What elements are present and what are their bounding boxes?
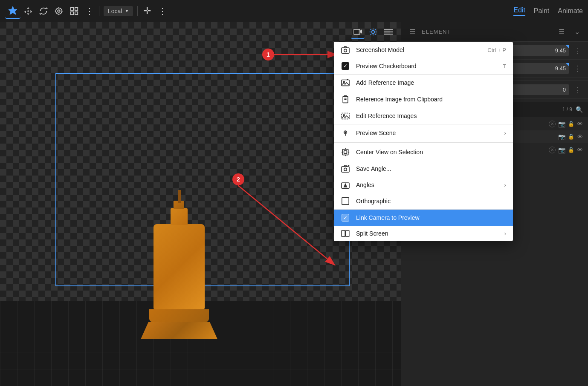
annotation-badge-2: 2: [232, 173, 244, 185]
mode-dropdown[interactable]: Local ▼: [104, 6, 133, 16]
svg-point-2: [58, 10, 60, 12]
bottle-base: [141, 322, 217, 339]
tab-edit[interactable]: Edit: [513, 6, 525, 16]
orthographic-label: Orthographic: [356, 198, 506, 205]
preview-scene-icon: [341, 129, 350, 137]
idle-camera-icon[interactable]: 📷: [558, 147, 565, 153]
menu-item-link-camera[interactable]: ✓ Link Camera to Preview: [334, 210, 513, 226]
element-header: ☰ ELEMENT ☰ ⌄: [401, 22, 588, 42]
svg-rect-35: [342, 80, 349, 86]
idle-eye-icon[interactable]: 👁: [577, 147, 583, 153]
svg-rect-58: [342, 198, 349, 205]
layer-visibility-off-icon[interactable]: ✕: [549, 121, 556, 127]
idle-visibility-off-icon[interactable]: ✕: [549, 147, 556, 153]
svg-point-36: [343, 81, 345, 83]
mode-dropdown-label: Local: [108, 8, 122, 14]
menu-item-split-screen[interactable]: Split Screen ›: [334, 226, 513, 241]
menu-item-clipboard[interactable]: Reference Image from Clipboard: [334, 91, 513, 108]
viewport-sun-icon[interactable]: [366, 25, 380, 39]
add-reference-image-icon: [341, 79, 350, 86]
screenshot-model-shortcut: Ctrl + P: [487, 47, 506, 53]
angles-label: Angles: [356, 181, 495, 188]
dots-3[interactable]: ⋮: [572, 85, 583, 95]
svg-rect-60: [346, 230, 349, 236]
element-header-menu-icon[interactable]: ☰: [406, 26, 418, 38]
menu-item-orthographic[interactable]: Orthographic: [334, 193, 513, 210]
element-panel-title: ELEMENT: [422, 29, 552, 35]
preview-checkerboard-icon: ✓: [341, 62, 350, 70]
rotate-icon[interactable]: [36, 3, 51, 19]
more-options-icon[interactable]: ⋮: [82, 3, 97, 19]
svg-point-43: [343, 115, 345, 116]
blue-corner-1: [566, 45, 569, 49]
menu-divider-1: [334, 142, 513, 143]
svg-line-19: [375, 34, 376, 35]
menu-item-save-angle[interactable]: Save Angle...: [334, 161, 513, 177]
top-toolbar: ⋮ Local ▼ ✛ ⋮ Edit Paint Animate: [0, 0, 588, 22]
transform-icon[interactable]: [67, 3, 82, 19]
context-dropdown-menu: Screenshot Model Ctrl + P ✓ Preview Chec…: [334, 42, 513, 241]
split-screen-label: Split Screen: [356, 230, 495, 237]
menu-item-preview-scene[interactable]: Preview Scene ›: [334, 124, 513, 141]
move-icon[interactable]: [20, 3, 36, 19]
camera-lock-icon[interactable]: 🔓: [568, 134, 574, 140]
center-view-icon: [341, 148, 350, 156]
viewport-toolbar: [0, 22, 400, 42]
svg-line-20: [375, 29, 376, 30]
orthographic-icon: [341, 197, 350, 205]
blue-corner-2: [566, 63, 569, 66]
panel-search-icon[interactable]: 🔍: [576, 106, 583, 113]
menu-item-screenshot-model[interactable]: Screenshot Model Ctrl + P: [334, 42, 513, 58]
element-header-expand-icon[interactable]: ⌄: [571, 26, 583, 38]
snap-icon[interactable]: [51, 3, 67, 19]
split-screen-arrow: ›: [504, 230, 506, 237]
dots-2[interactable]: ⋮: [572, 64, 583, 73]
svg-rect-9: [75, 12, 78, 14]
svg-point-54: [344, 168, 347, 171]
logo-icon[interactable]: [5, 3, 20, 19]
menu-item-angles[interactable]: Angles ›: [334, 177, 513, 193]
edit-reference-label: Edit Reference Images: [356, 112, 506, 119]
split-screen-icon: [341, 230, 350, 237]
menu-item-edit-reference[interactable]: Edit Reference Images: [334, 108, 513, 124]
bottle-body: [154, 224, 205, 309]
edit-reference-icon: [341, 112, 350, 120]
camera-icon-ctrl[interactable]: 📷: [558, 133, 565, 140]
svg-rect-59: [342, 230, 345, 236]
menu-item-add-reference-image[interactable]: Add Reference Image: [334, 75, 513, 91]
svg-rect-53: [342, 167, 349, 172]
layer-lock-icon[interactable]: 🔓: [568, 121, 574, 127]
menu-item-preview-checkerboard[interactable]: ✓ Preview Checkerboard T: [334, 58, 513, 75]
preview-checkerboard-label: Preview Checkerboard: [356, 63, 497, 69]
annotation-badge-1: 1: [262, 49, 274, 60]
element-header-options-icon[interactable]: ☰: [556, 26, 568, 38]
tab-paint[interactable]: Paint: [534, 7, 549, 15]
camera-eye-icon[interactable]: 👁: [577, 133, 583, 140]
spray-bottle-object: [154, 224, 205, 309]
angles-icon: [341, 181, 350, 189]
bottle-neck: [171, 208, 188, 225]
layer-eye-icon[interactable]: 👁: [577, 121, 583, 127]
preview-scene-label: Preview Scene: [356, 130, 495, 136]
viewport-camera-icon[interactable]: [351, 25, 365, 39]
bottle-nozzle: [178, 190, 181, 203]
dots-1[interactable]: ⋮: [572, 46, 583, 55]
svg-marker-57: [344, 184, 347, 187]
svg-rect-33: [342, 48, 349, 53]
clipboard-label: Reference Image from Clipboard: [356, 96, 506, 103]
preview-scene-arrow: ›: [504, 130, 506, 136]
viewport-hamburger-icon[interactable]: [382, 25, 395, 39]
svg-point-46: [345, 132, 346, 133]
menu-item-center-view[interactable]: Center View on Selection: [334, 144, 513, 161]
angles-arrow: ›: [504, 181, 506, 188]
link-camera-checkbox-icon: ✓: [341, 214, 350, 222]
top-right-tabs: Edit Paint Animate: [513, 6, 583, 16]
link-camera-label: Link Camera to Preview: [356, 214, 506, 221]
layer-camera-controls: 📷 🔓 👁: [558, 133, 583, 140]
tab-animate[interactable]: Animate: [558, 7, 583, 15]
idle-lock-icon[interactable]: 🔓: [568, 147, 574, 153]
add-icon[interactable]: ✛: [139, 3, 155, 19]
options-icon[interactable]: ⋮: [155, 3, 170, 19]
toolbar-separator-2: [137, 6, 138, 16]
layer-camera-icon[interactable]: 📷: [558, 121, 565, 127]
